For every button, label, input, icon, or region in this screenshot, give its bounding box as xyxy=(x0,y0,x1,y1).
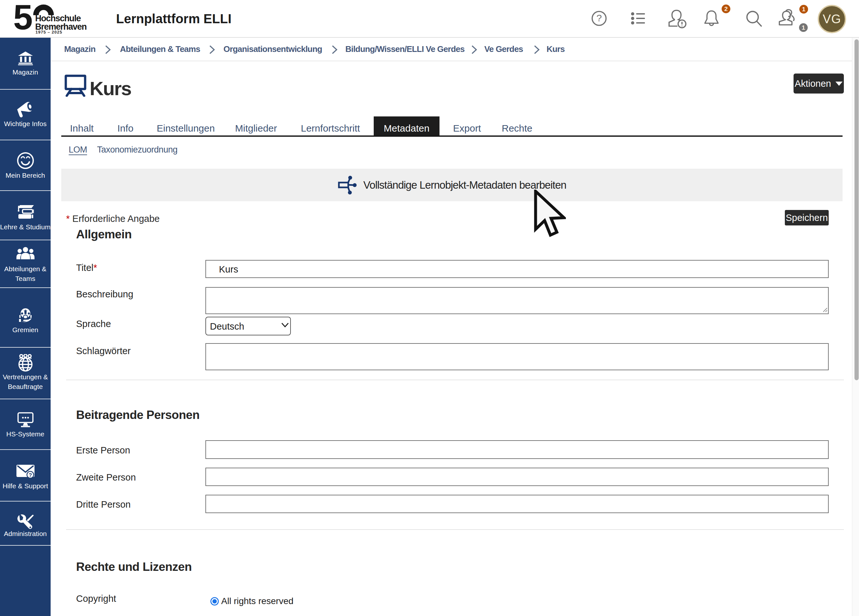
svg-text:?: ? xyxy=(28,472,31,478)
svg-text:?: ? xyxy=(597,13,602,23)
